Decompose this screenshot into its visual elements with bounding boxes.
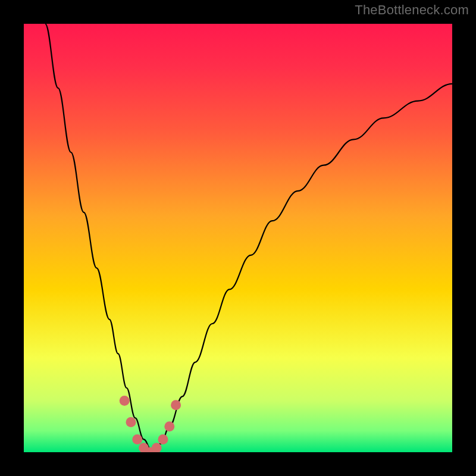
valley-marker [158,434,168,444]
plot-area [24,24,452,452]
bottleneck-curve [45,24,452,452]
valley-marker [132,434,142,444]
valley-marker [164,421,174,431]
chart-canvas [24,24,452,452]
valley-marker [171,400,181,410]
valley-marker-group [120,396,181,452]
attribution-label: TheBottleneck.com [355,2,469,18]
valley-marker [126,417,136,427]
valley-marker [120,396,130,406]
chart-frame: TheBottleneck.com [0,0,476,476]
